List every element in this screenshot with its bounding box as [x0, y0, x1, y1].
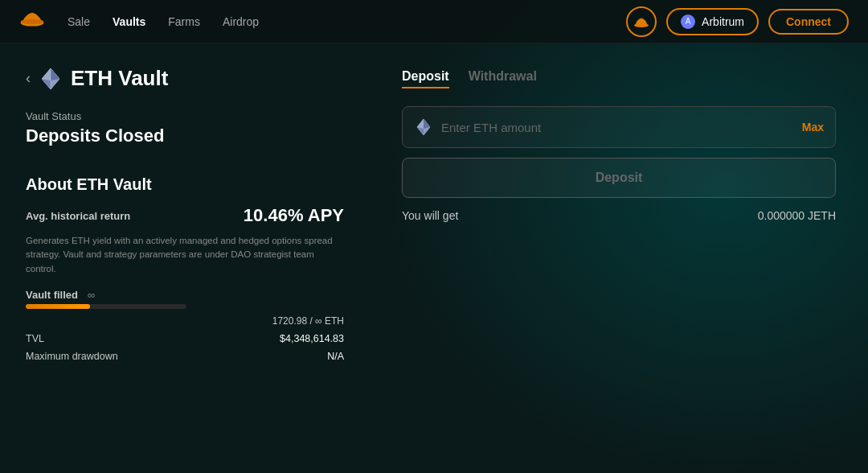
- filled-amount: 1720.98 / ∞ ETH: [26, 315, 344, 327]
- avg-return-label: Avg. historical return: [26, 210, 130, 222]
- svg-marker-6: [42, 68, 51, 80]
- tab-deposit[interactable]: Deposit: [402, 69, 449, 88]
- tvl-label: TVL: [26, 333, 44, 344]
- nav-vaults[interactable]: Vaults: [113, 15, 145, 28]
- svg-marker-4: [51, 68, 59, 80]
- you-will-get-label: You will get: [402, 209, 458, 222]
- navbar: Sale Vaults Farms Airdrop A Arbitrum Con…: [0, 0, 868, 43]
- tabs: Deposit Withdrawal: [402, 69, 836, 88]
- drawdown-value: N/A: [327, 351, 344, 362]
- drawdown-row: Maximum drawdown N/A: [26, 351, 344, 362]
- logo-icon[interactable]: [19, 9, 45, 35]
- right-panel: Deposit Withdrawal Max Deposit You will …: [370, 43, 868, 473]
- progress-bar-bg: [26, 304, 186, 309]
- nav-airdrop[interactable]: Airdrop: [223, 15, 259, 28]
- nav-farms[interactable]: Farms: [168, 15, 200, 28]
- svg-point-1: [21, 19, 44, 23]
- network-icon: A: [681, 14, 695, 29]
- max-button[interactable]: Max: [802, 121, 824, 134]
- deposit-button[interactable]: Deposit: [402, 158, 836, 198]
- tvl-value: $4,348,614.83: [280, 333, 344, 344]
- eth-vault-icon: [39, 67, 63, 91]
- eth-amount-input[interactable]: [441, 121, 794, 134]
- drawdown-label: Maximum drawdown: [26, 351, 118, 362]
- nav-right: A Arbitrum Connect: [626, 6, 849, 37]
- tvl-row: TVL $4,348,614.83: [26, 333, 344, 344]
- nav-left: Sale Vaults Farms Airdrop: [19, 9, 259, 35]
- svg-marker-11: [417, 119, 424, 129]
- connect-label: Connect: [786, 15, 831, 28]
- vault-status-value: Deposits Closed: [26, 125, 344, 146]
- eth-input-icon: [414, 117, 433, 137]
- nav-sale[interactable]: Sale: [68, 15, 90, 28]
- you-will-get-row: You will get 0.000000 JETH: [402, 209, 836, 222]
- network-label: Arbitrum: [702, 15, 744, 28]
- eth-input-container: Max: [402, 106, 836, 148]
- back-link[interactable]: ‹ ETH Vault: [26, 66, 344, 91]
- tab-withdrawal[interactable]: Withdrawal: [469, 69, 537, 88]
- logo-button[interactable]: [626, 6, 657, 37]
- vault-filled-row: Vault filled ∞: [26, 289, 344, 301]
- vault-filled-infinity: ∞: [88, 289, 95, 301]
- vault-title: ETH Vault: [71, 66, 168, 91]
- network-button[interactable]: A Arbitrum: [666, 8, 759, 35]
- about-section: About ETH Vault Avg. historical return 1…: [26, 175, 344, 362]
- vault-status-label: Vault Status: [26, 110, 344, 122]
- avg-return-row: Avg. historical return 10.46% APY: [26, 205, 344, 226]
- about-desc: Generates ETH yield with an actively man…: [26, 234, 344, 276]
- you-will-get-value: 0.000000 JETH: [758, 209, 836, 222]
- connect-button[interactable]: Connect: [768, 9, 849, 35]
- vault-filled-label: Vault filled: [26, 289, 78, 301]
- progress-bar-fill: [26, 304, 90, 309]
- left-panel: ‹ ETH Vault Vault Status Deposits Closed…: [0, 43, 370, 473]
- main-content: ‹ ETH Vault Vault Status Deposits Closed…: [0, 43, 868, 473]
- avg-return-value: 10.46% APY: [244, 205, 344, 226]
- back-arrow-icon: ‹: [26, 70, 31, 87]
- about-title: About ETH Vault: [26, 175, 344, 194]
- svg-marker-9: [424, 119, 430, 129]
